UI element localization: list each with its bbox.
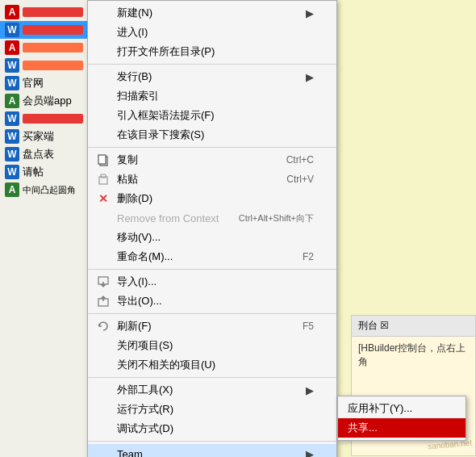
menu-item-move[interactable]: 移动(V)... bbox=[88, 228, 336, 247]
delete-icon: ✕ bbox=[94, 192, 112, 205]
menu-label-importfw: 引入框架语法提示(F) bbox=[117, 108, 314, 123]
sidebar-item-2[interactable]: A bbox=[0, 39, 88, 57]
separator-1 bbox=[88, 64, 336, 65]
sidebar-label-1 bbox=[23, 25, 83, 35]
sidebar-icon-round: A bbox=[5, 182, 19, 197]
publish-arrow: ▶ bbox=[306, 71, 314, 83]
menu-item-scanindex[interactable]: 扫描索引 bbox=[88, 86, 336, 106]
paste-shortcut: Ctrl+V bbox=[270, 174, 314, 185]
menu-item-enter[interactable]: 进入(I) bbox=[88, 23, 336, 42]
submenu-label-share: 共享... bbox=[348, 421, 378, 435]
menu-item-closeitem[interactable]: 关闭项目(S) bbox=[88, 336, 336, 355]
sidebar-item-invitation[interactable]: W 请帖 bbox=[0, 163, 88, 181]
sidebar-label-inventory: 盘点表 bbox=[23, 147, 54, 161]
refresh-icon bbox=[94, 320, 112, 333]
sidebar-icon-2: A bbox=[5, 40, 19, 55]
copy-shortcut: Ctrl+C bbox=[270, 154, 314, 166]
team-arrow: ▶ bbox=[306, 448, 314, 458]
menu-label-rename: 重命名(M)... bbox=[117, 249, 286, 264]
menu-item-refresh[interactable]: 刷新(F) F5 bbox=[88, 317, 336, 336]
sidebar: A W A W W 官网 A 会员端app W W 买家端 W 盘点表 W 请帖… bbox=[0, 0, 89, 457]
menu-item-externaltools[interactable]: 外部工具(X) ▶ bbox=[88, 380, 336, 400]
submenu-label-applypatch: 应用补丁(Y)... bbox=[348, 401, 412, 416]
sidebar-item-3[interactable]: W bbox=[0, 57, 88, 74]
panel-title: 刑台 ☒ bbox=[358, 319, 389, 333]
export-icon bbox=[94, 295, 112, 308]
menu-item-debugmode[interactable]: 调试方式(D) bbox=[88, 419, 336, 438]
sidebar-icon-inv2: W bbox=[5, 165, 19, 179]
menu-item-opendir[interactable]: 打开文件所在目录(P) bbox=[88, 42, 336, 61]
new-arrow: ▶ bbox=[306, 7, 314, 19]
separator-3 bbox=[88, 269, 336, 270]
menu-item-importfw[interactable]: 引入框架语法提示(F) bbox=[88, 106, 336, 125]
menu-label-publish: 发行(B) bbox=[117, 69, 306, 84]
separator-5 bbox=[88, 377, 336, 378]
menu-label-debugmode: 调试方式(D) bbox=[117, 421, 314, 436]
submenu-item-applypatch[interactable]: 应用补丁(Y)... bbox=[338, 399, 466, 418]
sidebar-item-vipapp[interactable]: A 会员端app bbox=[0, 92, 88, 110]
menu-label-paste: 粘贴 bbox=[117, 172, 270, 187]
context-menu: 新建(N) ▶ 进入(I) 打开文件所在目录(P) 发行(B) ▶ 扫描索引 引… bbox=[87, 0, 337, 457]
sidebar-item-round[interactable]: A 中间凸起圆角 bbox=[0, 181, 88, 199]
menu-item-delete[interactable]: ✕ 删除(D) bbox=[88, 189, 336, 208]
menu-item-removecontext: Remove from Context Ctrl+Alt+Shift+向下 bbox=[88, 208, 336, 228]
menu-item-runmode[interactable]: 运行方式(R) bbox=[88, 400, 336, 419]
sidebar-label-0 bbox=[23, 7, 83, 17]
sidebar-icon-inv: W bbox=[5, 147, 19, 161]
sidebar-icon-buyer: W bbox=[5, 129, 19, 144]
sidebar-label-invitation: 请帖 bbox=[23, 165, 44, 179]
sidebar-label-3 bbox=[23, 61, 83, 70]
menu-label-copy: 复制 bbox=[117, 153, 270, 167]
menu-label-externaltools: 外部工具(X) bbox=[117, 383, 306, 397]
menu-label-new: 新建(N) bbox=[117, 6, 306, 20]
refresh-shortcut: F5 bbox=[286, 321, 314, 332]
copy-icon bbox=[94, 153, 112, 166]
sidebar-item-guanwang[interactable]: W 官网 bbox=[0, 74, 88, 92]
menu-label-closeitem: 关闭项目(S) bbox=[117, 338, 314, 353]
menu-item-paste[interactable]: 粘贴 Ctrl+V bbox=[88, 170, 336, 189]
svg-rect-1 bbox=[98, 155, 106, 164]
sidebar-label-5 bbox=[23, 114, 83, 124]
sidebar-item-1[interactable]: W bbox=[0, 21, 88, 39]
panel-text: [HBuilder控制台，点右上角 bbox=[358, 342, 466, 367]
exttools-arrow: ▶ bbox=[306, 384, 314, 396]
sidebar-label-round: 中间凸起圆角 bbox=[23, 184, 76, 196]
menu-label-delete: 删除(D) bbox=[117, 191, 314, 206]
menu-item-import[interactable]: 导入(I)... bbox=[88, 272, 336, 291]
sidebar-item-0[interactable]: A bbox=[0, 3, 88, 21]
menu-label-scanindex: 扫描索引 bbox=[117, 89, 314, 103]
menu-label-import: 导入(I)... bbox=[117, 275, 314, 289]
sidebar-icon-1: W bbox=[5, 23, 19, 37]
separator-2 bbox=[88, 147, 336, 148]
menu-label-searchdir: 在该目录下搜索(S) bbox=[117, 128, 314, 142]
sidebar-icon-5: W bbox=[5, 111, 19, 126]
menu-label-closeunrelated: 关闭不相关的项目(U) bbox=[117, 358, 314, 372]
menu-item-export[interactable]: 导出(O)... bbox=[88, 291, 336, 311]
menu-label-opendir: 打开文件所在目录(P) bbox=[117, 44, 314, 59]
menu-item-publish[interactable]: 发行(B) ▶ bbox=[88, 67, 336, 86]
sidebar-label-2 bbox=[23, 43, 83, 52]
menu-label-runmode: 运行方式(R) bbox=[117, 402, 314, 417]
panel-header: 刑台 ☒ bbox=[352, 316, 475, 337]
menu-item-team[interactable]: Team ▶ bbox=[88, 444, 336, 457]
separator-6 bbox=[88, 441, 336, 442]
submenu-item-share[interactable]: 共享... bbox=[338, 418, 466, 438]
rename-shortcut: F2 bbox=[286, 251, 314, 262]
paste-icon bbox=[94, 173, 112, 186]
sidebar-item-buyer[interactable]: W 买家端 bbox=[0, 128, 88, 145]
menu-item-copy[interactable]: 复制 Ctrl+C bbox=[88, 150, 336, 170]
menu-label-team: Team bbox=[117, 448, 306, 458]
separator-4 bbox=[88, 313, 336, 314]
sidebar-icon-vip: A bbox=[5, 94, 19, 108]
menu-item-rename[interactable]: 重命名(M)... F2 bbox=[88, 247, 336, 266]
menu-item-closeunrelated[interactable]: 关闭不相关的项目(U) bbox=[88, 355, 336, 375]
sidebar-icon-3: W bbox=[5, 58, 19, 73]
menu-item-searchdir[interactable]: 在该目录下搜索(S) bbox=[88, 125, 336, 145]
sidebar-label-guanwang: 官网 bbox=[23, 76, 44, 90]
menu-label-removecontext: Remove from Context bbox=[117, 212, 223, 224]
sidebar-item-inventory[interactable]: W 盘点表 bbox=[0, 145, 88, 163]
sidebar-label-buyer: 买家端 bbox=[23, 129, 54, 144]
sidebar-item-5[interactable]: W bbox=[0, 110, 88, 128]
menu-item-new[interactable]: 新建(N) ▶ bbox=[88, 3, 336, 23]
menu-label-export: 导出(O)... bbox=[117, 294, 314, 308]
